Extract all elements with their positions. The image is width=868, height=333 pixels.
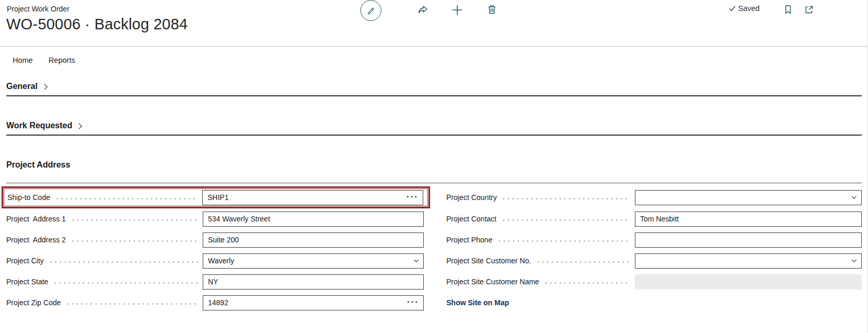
section-work-requested-label: Work Requested bbox=[6, 121, 72, 130]
section-project-address[interactable]: Project Address bbox=[6, 160, 70, 170]
field-row: Project Phone bbox=[446, 229, 862, 250]
tab-reports[interactable]: Reports bbox=[49, 56, 75, 64]
open-new-window-button[interactable] bbox=[804, 4, 815, 15]
project-address-left-column: Ship-to Code ··· Project Address 1 Proje… bbox=[6, 186, 424, 313]
save-status: Saved bbox=[728, 4, 760, 13]
trash-icon bbox=[486, 4, 498, 15]
assist-edit-icon[interactable]: ··· bbox=[407, 297, 419, 306]
ship-to-code-highlight: Ship-to Code ··· bbox=[2, 186, 430, 208]
field-label: Ship-to Code bbox=[7, 193, 50, 202]
project-work-order-page: Project Work Order bbox=[0, 0, 868, 333]
field-row: Project Contact bbox=[446, 208, 862, 229]
field-row: Project City bbox=[6, 250, 424, 271]
share-button[interactable] bbox=[417, 4, 428, 16]
field-label: Project Country bbox=[446, 193, 497, 202]
project-phone-input[interactable] bbox=[635, 232, 862, 248]
page-caption: Project Work Order bbox=[7, 5, 70, 13]
field-row: Project Address 1 bbox=[6, 208, 424, 229]
field-label: Project Zip Code bbox=[6, 298, 61, 307]
field-row: Project Address 2 bbox=[6, 229, 424, 250]
project-address-2-input[interactable] bbox=[203, 232, 424, 248]
project-state-input[interactable] bbox=[203, 274, 424, 290]
section-work-requested[interactable]: Work Requested bbox=[6, 121, 81, 130]
chevron-down-icon[interactable] bbox=[850, 194, 858, 202]
field-label: Project State bbox=[6, 278, 48, 286]
field-label: Project Address 1 bbox=[6, 215, 66, 223]
field-label: Project Site Customer Name bbox=[446, 278, 539, 286]
dotted-leader bbox=[55, 198, 197, 199]
chevron-down-icon[interactable] bbox=[412, 257, 420, 265]
dotted-leader bbox=[497, 240, 630, 242]
dotted-leader bbox=[536, 261, 630, 263]
saved-label: Saved bbox=[738, 4, 760, 13]
tab-bar: Home Reports bbox=[13, 56, 75, 64]
field-row: Project Country bbox=[446, 186, 862, 208]
section-project-address-label: Project Address bbox=[6, 160, 70, 170]
field-row: Project Zip Code ··· bbox=[6, 292, 424, 313]
bookmark-button[interactable] bbox=[783, 4, 794, 15]
page-title: WO-50006 · Backlog 2084 bbox=[6, 16, 188, 33]
edit-button[interactable] bbox=[360, 0, 381, 21]
dotted-leader bbox=[49, 261, 197, 263]
chevron-down-icon[interactable] bbox=[850, 257, 858, 265]
assist-edit-icon[interactable]: ··· bbox=[406, 192, 419, 201]
delete-button[interactable] bbox=[486, 4, 498, 15]
show-site-on-map-link[interactable]: Show Site on Map bbox=[446, 298, 509, 307]
project-address-1-input[interactable] bbox=[203, 212, 424, 227]
dotted-leader bbox=[71, 240, 197, 242]
plus-icon bbox=[451, 4, 464, 16]
open-new-window-icon bbox=[804, 4, 815, 15]
ship-to-code-input[interactable] bbox=[202, 190, 423, 205]
field-label: Project City bbox=[6, 257, 44, 265]
field-row: Show Site on Map bbox=[446, 292, 862, 313]
dotted-leader bbox=[544, 282, 630, 284]
project-zip-code-input[interactable] bbox=[203, 295, 424, 310]
bookmark-icon bbox=[783, 4, 794, 15]
field-label: Project Site Customer No. bbox=[446, 257, 531, 265]
dotted-leader bbox=[71, 219, 197, 221]
section-general[interactable]: General bbox=[6, 82, 47, 91]
field-row: Project State bbox=[6, 271, 424, 292]
project-city-select[interactable] bbox=[203, 253, 424, 269]
title-divider bbox=[0, 46, 867, 47]
field-label: Project Contact bbox=[446, 215, 497, 223]
project-site-customer-name-input bbox=[635, 274, 862, 290]
field-row: Project Site Customer Name bbox=[446, 271, 862, 292]
dotted-leader bbox=[65, 303, 197, 305]
pencil-icon bbox=[366, 6, 376, 15]
dotted-leader bbox=[501, 219, 630, 221]
new-button[interactable] bbox=[451, 4, 464, 16]
project-contact-input[interactable] bbox=[635, 212, 862, 227]
share-icon bbox=[417, 4, 428, 16]
field-label: Project Phone bbox=[446, 236, 492, 244]
field-label: Project Address 2 bbox=[6, 236, 66, 244]
section-general-label: General bbox=[6, 82, 38, 91]
field-row: Ship-to Code ··· bbox=[7, 189, 423, 206]
project-site-customer-no-select[interactable] bbox=[635, 253, 862, 269]
section-divider bbox=[6, 135, 862, 136]
chevron-right-icon bbox=[41, 84, 47, 90]
chevron-right-icon bbox=[76, 123, 82, 129]
tab-home[interactable]: Home bbox=[13, 56, 33, 64]
section-divider bbox=[6, 183, 862, 183]
project-address-right-column: Project Country Project Contact Project … bbox=[446, 186, 862, 313]
project-country-select[interactable] bbox=[635, 190, 862, 205]
dotted-leader bbox=[501, 198, 630, 199]
checkmark-icon bbox=[728, 4, 737, 13]
field-row: Project Site Customer No. bbox=[446, 250, 862, 271]
dotted-leader bbox=[53, 282, 197, 284]
section-divider bbox=[6, 95, 862, 96]
